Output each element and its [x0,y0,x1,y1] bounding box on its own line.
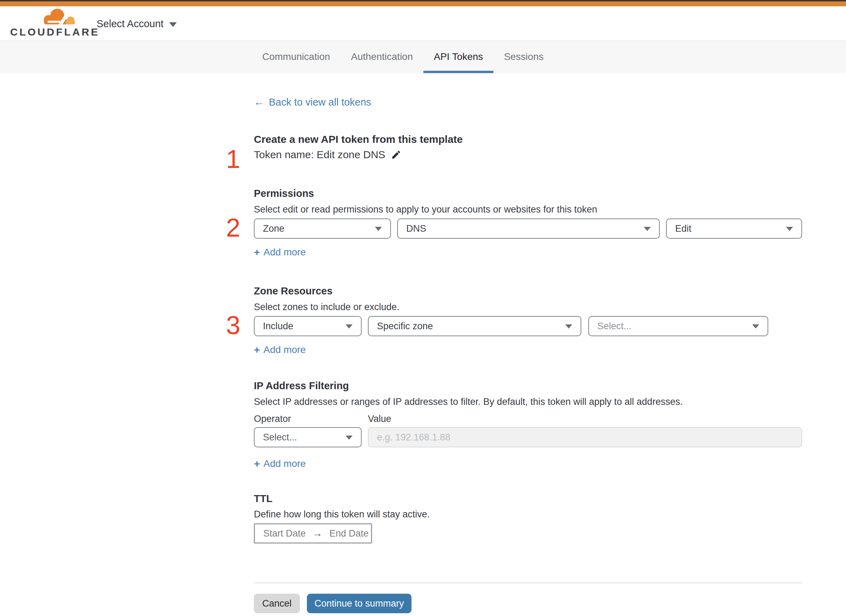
back-to-tokens-link[interactable]: ← Back to view all tokens [254,96,371,108]
cloudflare-cloud-icon [42,8,76,26]
ip-filtering-description: Select IP addresses or ranges of IP addr… [254,396,802,408]
main-content: ← Back to view all tokens 1 Create a new… [254,73,802,613]
permission-scope-value: Zone [263,223,285,234]
page-title: Create a new API token from this templat… [254,133,802,146]
zone-picker-select[interactable]: Select... [588,316,768,336]
ip-operator-value: Select... [263,432,297,443]
chevron-down-icon [786,227,793,231]
ip-operator-select[interactable]: Select... [254,427,362,447]
right-arrow-icon: → [313,528,322,539]
value-label: Value [368,413,391,425]
ip-value-input[interactable] [368,427,802,447]
ip-filtering-title: IP Address Filtering [254,380,802,392]
cancel-button[interactable]: Cancel [254,594,300,613]
cloudflare-wordmark: CLOUDFLARE [10,26,78,38]
zone-resources-description: Select zones to include or exclude. [254,301,802,313]
step-2-number: 2 [226,215,240,241]
back-link-label: Back to view all tokens [269,96,371,108]
zone-include-select[interactable]: Include [254,316,362,336]
ip-filtering-add-more-link[interactable]: + Add more [254,458,306,470]
chevron-down-icon [346,324,353,329]
tab-api-tokens[interactable]: API Tokens [423,40,493,73]
zone-resources-section: Zone Resources Select zones to include o… [254,285,802,356]
continue-to-summary-button[interactable]: Continue to summary [307,594,412,613]
footer-divider [254,582,802,583]
tab-communication[interactable]: Communication [252,40,341,73]
permissions-section: Permissions Select edit or read permissi… [254,188,802,258]
permission-type-select[interactable]: DNS [397,219,660,239]
add-more-label: Add more [263,344,306,356]
zone-type-select[interactable]: Specific zone [368,316,581,336]
zone-include-value: Include [263,321,293,332]
plus-icon: + [254,458,260,470]
plus-icon: + [254,344,260,356]
add-more-label: Add more [263,458,306,470]
account-selector-label: Select Account [97,18,163,29]
permissions-add-more-link[interactable]: + Add more [254,246,306,258]
end-date-placeholder: End Date [330,528,369,539]
ttl-title: TTL [254,493,802,505]
top-orange-accent-bar [0,1,846,6]
tab-sessions[interactable]: Sessions [493,40,554,73]
permission-level-value: Edit [675,223,692,234]
tab-authentication[interactable]: Authentication [341,40,423,73]
ip-filtering-section: IP Address Filtering Select IP addresses… [254,380,802,470]
add-more-label: Add more [263,246,306,258]
permission-scope-select[interactable]: Zone [254,219,391,239]
token-name-section: 1 Create a new API token from this templ… [254,133,802,161]
permission-type-value: DNS [406,223,426,234]
permission-level-select[interactable]: Edit [666,219,802,239]
permissions-title: Permissions [254,188,802,199]
edit-pencil-icon[interactable] [391,150,402,160]
ttl-date-range-picker[interactable]: Start Date → End Date [254,523,372,544]
chevron-down-icon [644,227,651,231]
step-1-number: 1 [226,146,240,172]
chevron-down-icon [169,22,177,27]
zone-type-value: Specific zone [377,321,433,332]
step-3-number: 3 [226,312,240,338]
tab-bar: Communication Authentication API Tokens … [0,40,846,73]
permissions-description: Select edit or read permissions to apply… [254,204,802,215]
chevron-down-icon [752,324,759,329]
plus-icon: + [254,246,260,258]
zone-resources-add-more-link[interactable]: + Add more [254,344,306,356]
account-selector[interactable]: Select Account [97,16,177,31]
cloudflare-logo[interactable]: CLOUDFLARE [10,8,78,38]
operator-label: Operator [254,413,368,425]
zone-picker-value: Select... [597,321,631,332]
token-name-text: Token name: Edit zone DNS [254,148,385,161]
chevron-down-icon [565,324,572,329]
ttl-section: TTL Define how long this token will stay… [254,493,802,544]
left-arrow-icon: ← [254,96,265,108]
header: CLOUDFLARE Select Account [0,6,846,40]
start-date-placeholder: Start Date [263,528,306,539]
zone-resources-title: Zone Resources [254,285,802,297]
chevron-down-icon [375,227,382,231]
chevron-down-icon [346,436,353,440]
ttl-description: Define how long this token will stay act… [254,509,802,520]
footer-actions: Cancel Continue to summary [254,594,802,613]
